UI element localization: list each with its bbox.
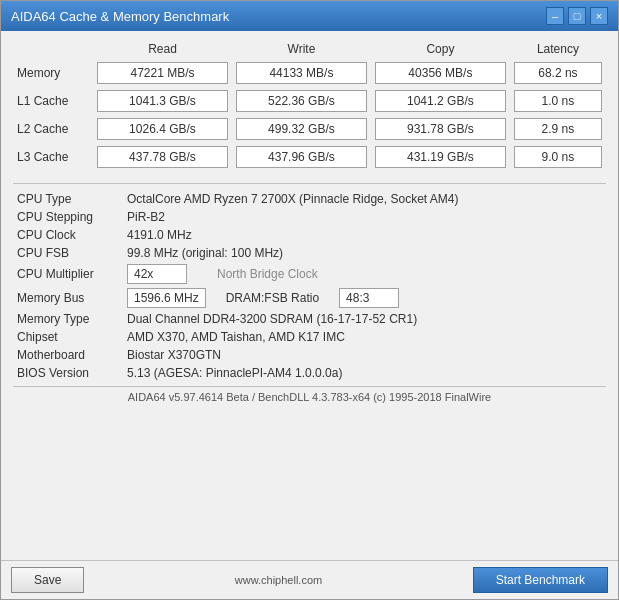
bottom-bar: Save www.chiphell.com Start Benchmark — [1, 560, 618, 599]
watermark-text: www.chiphell.com — [235, 574, 322, 586]
l3cache-write: 437.96 GB/s — [236, 146, 367, 168]
memory-bus-label: Memory Bus — [13, 286, 123, 310]
cpu-clock-value: 4191.0 MHz — [123, 226, 606, 244]
memory-latency: 68.2 ns — [514, 62, 602, 84]
maximize-button[interactable]: □ — [568, 7, 586, 25]
l2cache-latency: 2.9 ns — [514, 118, 602, 140]
memory-copy: 40356 MB/s — [375, 62, 506, 84]
footer-text: AIDA64 v5.97.4614 Beta / BenchDLL 4.3.78… — [13, 386, 606, 405]
l1cache-copy: 1041.2 GB/s — [375, 90, 506, 112]
info-row-memory-bus: Memory Bus 1596.6 MHz DRAM:FSB Ratio 48:… — [13, 286, 606, 310]
table-row: L3 Cache 437.78 GB/s 437.96 GB/s 431.19 … — [13, 143, 606, 171]
main-window: AIDA64 Cache & Memory Benchmark – □ × Re… — [0, 0, 619, 600]
info-row-bios: BIOS Version 5.13 (AGESA: PinnaclePI-AM4… — [13, 364, 606, 382]
motherboard-value: Biostar X370GTN — [123, 346, 606, 364]
l3cache-copy: 431.19 GB/s — [375, 146, 506, 168]
footer-copyright: AIDA64 v5.97.4614 Beta / BenchDLL 4.3.78… — [128, 391, 491, 403]
info-row-cpu-clock: CPU Clock 4191.0 MHz — [13, 226, 606, 244]
info-row-cpu-multiplier: CPU Multiplier 42x North Bridge Clock — [13, 262, 606, 286]
benchmark-table: Read Write Copy Latency Memory 47221 MB/… — [13, 39, 606, 171]
table-row: L1 Cache 1041.3 GB/s 522.36 GB/s 1041.2 … — [13, 87, 606, 115]
memory-type-value: Dual Channel DDR4-3200 SDRAM (16-17-17-5… — [123, 310, 606, 328]
cpu-clock-label: CPU Clock — [13, 226, 123, 244]
l3cache-label: L3 Cache — [13, 143, 93, 171]
memory-bus-row: 1596.6 MHz DRAM:FSB Ratio 48:3 — [123, 286, 606, 310]
l3cache-read: 437.78 GB/s — [97, 146, 228, 168]
section-divider — [13, 183, 606, 184]
memory-write: 44133 MB/s — [236, 62, 367, 84]
cpu-fsb-value: 99.8 MHz (original: 100 MHz) — [123, 244, 606, 262]
cpu-multiplier-label: CPU Multiplier — [13, 262, 123, 286]
info-row-motherboard: Motherboard Biostar X370GTN — [13, 346, 606, 364]
window-title: AIDA64 Cache & Memory Benchmark — [11, 9, 229, 24]
memory-label: Memory — [13, 59, 93, 87]
minimize-button[interactable]: – — [546, 7, 564, 25]
bios-value: 5.13 (AGESA: PinnaclePI-AM4 1.0.0.0a) — [123, 364, 606, 382]
l1cache-latency: 1.0 ns — [514, 90, 602, 112]
memory-type-label: Memory Type — [13, 310, 123, 328]
north-bridge-label: North Bridge Clock — [217, 267, 318, 281]
col-header-copy: Copy — [371, 39, 510, 59]
l1cache-read: 1041.3 GB/s — [97, 90, 228, 112]
l1cache-write: 522.36 GB/s — [236, 90, 367, 112]
cpu-stepping-value: PiR-B2 — [123, 208, 606, 226]
l2cache-read: 1026.4 GB/s — [97, 118, 228, 140]
window-controls: – □ × — [546, 7, 608, 25]
main-content: Read Write Copy Latency Memory 47221 MB/… — [1, 31, 618, 560]
l2cache-copy: 931.78 GB/s — [375, 118, 506, 140]
col-header-latency: Latency — [510, 39, 606, 59]
bios-label: BIOS Version — [13, 364, 123, 382]
l2cache-label: L2 Cache — [13, 115, 93, 143]
memory-bus-value: 1596.6 MHz — [127, 288, 206, 308]
col-header-empty — [13, 39, 93, 59]
close-button[interactable]: × — [590, 7, 608, 25]
save-button[interactable]: Save — [11, 567, 84, 593]
motherboard-label: Motherboard — [13, 346, 123, 364]
table-row: L2 Cache 1026.4 GB/s 499.32 GB/s 931.78 … — [13, 115, 606, 143]
chipset-label: Chipset — [13, 328, 123, 346]
l1cache-label: L1 Cache — [13, 87, 93, 115]
cpu-multiplier-row: 42x North Bridge Clock — [123, 262, 606, 286]
info-row-memory-type: Memory Type Dual Channel DDR4-3200 SDRAM… — [13, 310, 606, 328]
chipset-value: AMD X370, AMD Taishan, AMD K17 IMC — [123, 328, 606, 346]
info-row-chipset: Chipset AMD X370, AMD Taishan, AMD K17 I… — [13, 328, 606, 346]
col-header-read: Read — [93, 39, 232, 59]
l3cache-latency: 9.0 ns — [514, 146, 602, 168]
cpu-fsb-label: CPU FSB — [13, 244, 123, 262]
dram-fsb-label: DRAM:FSB Ratio — [226, 291, 319, 305]
dram-fsb-value: 48:3 — [339, 288, 399, 308]
start-benchmark-button[interactable]: Start Benchmark — [473, 567, 608, 593]
title-bar: AIDA64 Cache & Memory Benchmark – □ × — [1, 1, 618, 31]
cpu-multiplier-value: 42x — [127, 264, 187, 284]
info-row-cpu-type: CPU Type OctalCore AMD Ryzen 7 2700X (Pi… — [13, 190, 606, 208]
table-row: Memory 47221 MB/s 44133 MB/s 40356 MB/s … — [13, 59, 606, 87]
l2cache-write: 499.32 GB/s — [236, 118, 367, 140]
cpu-type-label: CPU Type — [13, 190, 123, 208]
cpu-stepping-label: CPU Stepping — [13, 208, 123, 226]
info-row-cpu-fsb: CPU FSB 99.8 MHz (original: 100 MHz) — [13, 244, 606, 262]
memory-read: 47221 MB/s — [97, 62, 228, 84]
info-row-cpu-stepping: CPU Stepping PiR-B2 — [13, 208, 606, 226]
col-header-write: Write — [232, 39, 371, 59]
info-table: CPU Type OctalCore AMD Ryzen 7 2700X (Pi… — [13, 190, 606, 382]
cpu-type-value: OctalCore AMD Ryzen 7 2700X (Pinnacle Ri… — [123, 190, 606, 208]
